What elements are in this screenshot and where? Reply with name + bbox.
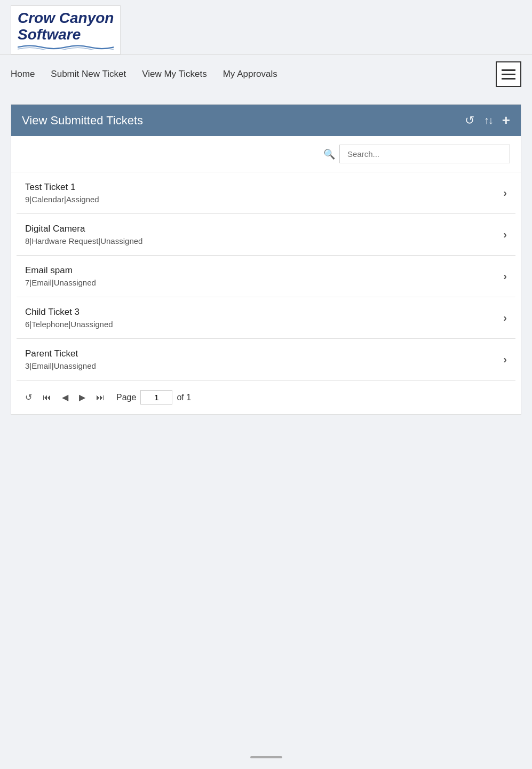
header-icons: ↺ ↑↓ +	[465, 112, 510, 129]
nav-approvals[interactable]: My Approvals	[223, 69, 277, 80]
ticket-title: Digital Camera	[25, 224, 142, 234]
logo-line1: Crow Canyon	[18, 10, 114, 26]
logo-line2: Software	[18, 26, 81, 43]
ticket-info: Child Ticket 3 6|Telephone|Unassigned	[25, 307, 113, 329]
ticket-item[interactable]: Test Ticket 1 9|Calendar|Assigned ›	[17, 172, 515, 214]
pagination: ↺ ⏮ ◀ ▶ ⏭ Page of 1	[11, 380, 521, 414]
header: Crow Canyon Software	[0, 0, 532, 55]
chevron-right-icon: ›	[503, 312, 507, 324]
page-label: Page	[116, 393, 136, 402]
menu-icon-line1	[502, 69, 515, 71]
bottom-bar	[250, 756, 282, 758]
ticket-info: Email spam 7|Email|Unassigned	[25, 265, 96, 287]
ticket-item[interactable]: Email spam 7|Email|Unassigned ›	[17, 256, 515, 297]
ticket-meta: 6|Telephone|Unassigned	[25, 320, 113, 329]
sort-icon[interactable]: ↑↓	[484, 114, 493, 126]
ticket-list: Test Ticket 1 9|Calendar|Assigned › Digi…	[11, 172, 521, 380]
next-page-button[interactable]: ▶	[76, 390, 89, 405]
logo-wave-icon	[18, 44, 114, 50]
page-number-input[interactable]	[140, 390, 172, 405]
nav-submit-ticket[interactable]: Submit New Ticket	[51, 69, 126, 80]
chevron-right-icon: ›	[503, 270, 507, 282]
nav-home[interactable]: Home	[11, 69, 35, 80]
menu-icon-line3	[502, 78, 515, 80]
search-button[interactable]: 🔍	[319, 145, 339, 163]
menu-button[interactable]	[496, 61, 521, 87]
ticket-info: Test Ticket 1 9|Calendar|Assigned	[25, 182, 99, 204]
chevron-right-icon: ›	[503, 228, 507, 241]
first-page-button[interactable]: ⏮	[39, 391, 54, 405]
refresh-pagination-button[interactable]: ↺	[22, 390, 35, 405]
search-input[interactable]	[339, 145, 510, 163]
logo-text: Crow Canyon Software	[18, 10, 114, 43]
refresh-icon[interactable]: ↺	[465, 114, 474, 128]
ticket-meta: 7|Email|Unassigned	[25, 278, 96, 287]
section-title: View Submitted Tickets	[22, 114, 143, 128]
ticket-item[interactable]: Parent Ticket 3|Email|Unassigned ›	[17, 339, 515, 380]
ticket-info: Digital Camera 8|Hardware Request|Unassi…	[25, 224, 142, 245]
ticket-item[interactable]: Child Ticket 3 6|Telephone|Unassigned ›	[17, 297, 515, 339]
ticket-item[interactable]: Digital Camera 8|Hardware Request|Unassi…	[17, 214, 515, 256]
ticket-title: Test Ticket 1	[25, 182, 99, 193]
search-icon: 🔍	[323, 149, 335, 160]
add-icon[interactable]: +	[502, 112, 510, 129]
ticket-title: Parent Ticket	[25, 348, 96, 359]
navigation: Home Submit New Ticket View My Tickets M…	[0, 55, 532, 93]
main-content: View Submitted Tickets ↺ ↑↓ + 🔍 Test Tic…	[11, 104, 521, 415]
last-page-button[interactable]: ⏭	[93, 391, 108, 405]
chevron-right-icon: ›	[503, 187, 507, 199]
search-bar: 🔍	[11, 136, 521, 172]
chevron-right-icon: ›	[503, 353, 507, 366]
nav-view-tickets[interactable]: View My Tickets	[142, 69, 207, 80]
ticket-meta: 3|Email|Unassigned	[25, 361, 96, 370]
ticket-title: Child Ticket 3	[25, 307, 113, 318]
ticket-meta: 9|Calendar|Assigned	[25, 195, 99, 204]
menu-icon-line2	[502, 74, 515, 75]
ticket-meta: 8|Hardware Request|Unassigned	[25, 236, 142, 245]
prev-page-button[interactable]: ◀	[59, 390, 72, 405]
logo-container: Crow Canyon Software	[11, 5, 121, 54]
section-header: View Submitted Tickets ↺ ↑↓ +	[11, 105, 521, 136]
ticket-info: Parent Ticket 3|Email|Unassigned	[25, 348, 96, 370]
page-of-label: of 1	[177, 393, 191, 402]
ticket-title: Email spam	[25, 265, 96, 276]
